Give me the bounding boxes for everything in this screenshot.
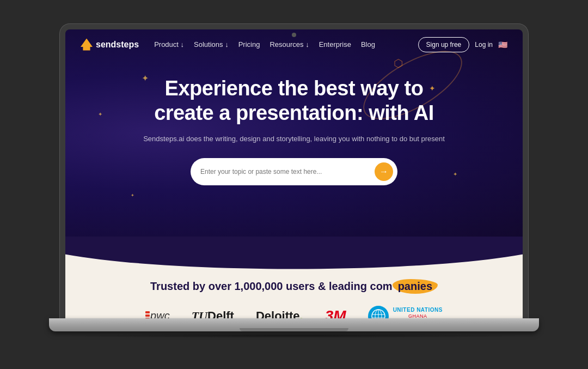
logo-icon: [81, 39, 93, 51]
hero-title: Experience the best way to create a pres…: [76, 76, 512, 126]
camera-dot: [292, 33, 296, 37]
un-ghana-text: GHANA: [393, 313, 443, 318]
deloitte-dot: .: [300, 309, 303, 318]
hero-section: ✦ ✦ · ✦ ✦ ✦ ⬡ sendsteps Product ↓: [65, 29, 523, 237]
hero-title-line1: Experience the best way to: [165, 77, 424, 100]
3m-logo: 3M: [325, 307, 346, 318]
nav-actions: Sign up free Log in 🇺🇸: [418, 37, 507, 52]
laptop-shadow: [60, 334, 528, 338]
search-bar: →: [191, 158, 397, 185]
un-globe-svg: [371, 309, 385, 318]
3m-text: 3M: [325, 307, 346, 318]
trust-heading-text: Trusted by over 1,000,000 users & leadin…: [150, 280, 393, 292]
trust-section: Trusted by over 1,000,000 users & leadin…: [65, 269, 523, 318]
pwc-bars-icon: [145, 311, 150, 318]
pwc-bar1: [145, 311, 150, 313]
hero-title-line2: create a presentation: with AI: [154, 101, 434, 124]
logo: sendsteps: [81, 39, 139, 51]
pwc-text: pwc: [150, 310, 170, 318]
u-part: U: [199, 309, 207, 318]
search-input[interactable]: [200, 168, 375, 176]
nav-blog[interactable]: Blog: [361, 40, 375, 49]
tu-part: T: [192, 309, 199, 318]
tudelft-text: TUDelft: [192, 309, 234, 318]
hero-subtitle: Sendsteps.ai does the writing, design an…: [76, 135, 512, 143]
screen-content: ✦ ✦ · ✦ ✦ ✦ ⬡ sendsteps Product ↓: [65, 29, 523, 318]
language-flag[interactable]: 🇺🇸: [498, 40, 507, 49]
nav-resources[interactable]: Resources ↓: [270, 40, 309, 49]
nav-enterprise[interactable]: Enterprise: [319, 40, 351, 49]
un-emblem-icon: [368, 306, 389, 318]
signup-button[interactable]: Sign up free: [418, 37, 470, 52]
pwc-bar2: [145, 314, 150, 317]
nav-product[interactable]: Product ↓: [154, 40, 184, 49]
hero-content: Experience the best way to create a pres…: [65, 60, 523, 196]
un-title-text: UNITED NATIONS: [393, 307, 443, 313]
trust-heading-highlight: panies: [393, 279, 438, 294]
laptop-container: ✦ ✦ · ✦ ✦ ✦ ⬡ sendsteps Product ↓: [60, 24, 528, 346]
nav-links: Product ↓ Solutions ↓ Pricing Resources …: [154, 40, 418, 49]
logos-row: pwc TUDelft Deloitte. 3M: [87, 306, 501, 318]
deloitte-text: Deloitte.: [256, 309, 303, 318]
wave-separator: [65, 237, 523, 269]
delft-part: Delft: [207, 309, 234, 318]
pwc-logo: pwc: [145, 310, 170, 318]
search-button[interactable]: →: [375, 162, 393, 181]
un-ghana-logo: UNITED NATIONS GHANA · · · · · · · · · ·: [368, 306, 443, 318]
laptop-base: [49, 318, 539, 331]
logo-text: sendsteps: [96, 40, 139, 50]
deloitte-logo: Deloitte.: [256, 309, 303, 318]
login-button[interactable]: Log in: [475, 41, 493, 49]
trust-heading: Trusted by over 1,000,000 users & leadin…: [87, 279, 501, 294]
nav-solutions[interactable]: Solutions ↓: [194, 40, 229, 49]
un-text-block: UNITED NATIONS GHANA · · · · · · · · · ·: [393, 307, 443, 318]
search-arrow-icon: →: [379, 167, 388, 177]
nav-pricing[interactable]: Pricing: [238, 40, 260, 49]
laptop-screen: ✦ ✦ · ✦ ✦ ✦ ⬡ sendsteps Product ↓: [60, 24, 528, 318]
tudelft-logo: TUDelft: [192, 309, 234, 318]
